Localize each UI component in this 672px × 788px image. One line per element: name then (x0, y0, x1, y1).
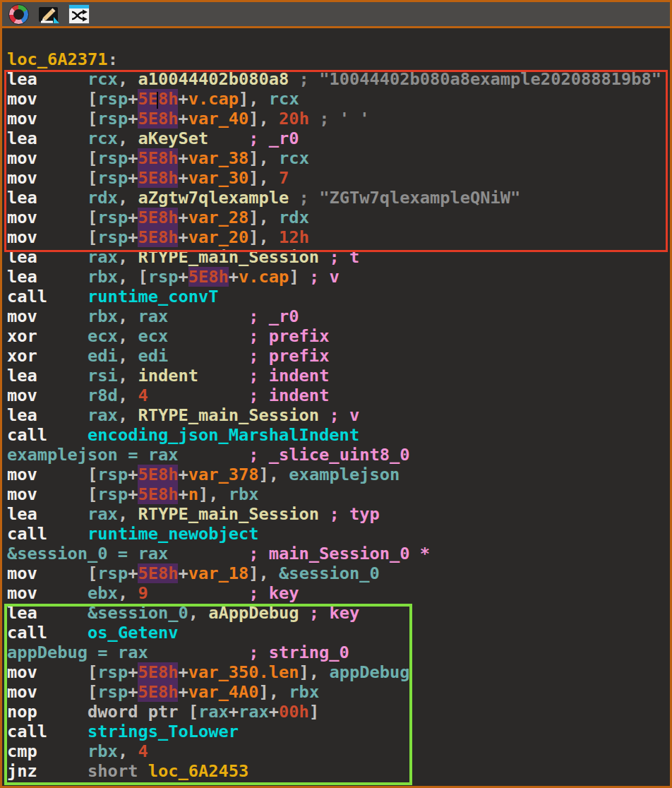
asm-token: edi (138, 346, 168, 366)
asm-line[interactable]: lea rax, RTYPE_main_Session ; typ (7, 504, 670, 524)
asm-token: 5E8h (138, 662, 178, 682)
asm-token: rcx (88, 129, 118, 148)
asm-token: ; t (319, 247, 359, 267)
asm-line[interactable]: mov [rsp+5E8h+var_350.len], appDebug (7, 662, 670, 682)
asm-line[interactable]: mov [rsp+5E8h+var_30], 7 (7, 168, 670, 188)
asm-token: + (178, 465, 188, 484)
asm-token: rax (88, 247, 118, 267)
asm-token: , (118, 386, 138, 405)
asm-line[interactable]: lea rbx, [rsp+5E8h+v.cap] ; v (7, 267, 670, 287)
asm-token: var_20 (188, 227, 249, 247)
asm-token: rbx (88, 306, 118, 326)
asm-line[interactable]: jnz short loc_6A2453 (7, 761, 670, 781)
asm-token: 5E8h (138, 148, 178, 168)
asm-line[interactable]: mov ebx, 9 ; key (7, 583, 670, 603)
asm-line[interactable]: lea rcx, a10044402b080a8 ; "10044402b080… (7, 69, 670, 89)
asm-token: mov (7, 306, 88, 326)
asm-line[interactable]: mov [rsp+5E8h+var_40], 20h ; ' ' (7, 109, 670, 129)
asm-line[interactable]: mov [rsp+5E8h+var_28], rdx (7, 208, 670, 227)
asm-token: + (178, 89, 188, 109)
asm-token: + (128, 465, 138, 484)
asm-token: 5E8h (188, 267, 229, 287)
asm-line[interactable]: lea rax, RTYPE_main_Session ; t (7, 247, 670, 267)
asm-token: [ (88, 168, 97, 188)
asm-token: rdx (279, 208, 309, 227)
asm-token: [ (88, 465, 97, 484)
asm-token: call (7, 722, 88, 741)
asm-line[interactable]: mov r8d, 4 ; indent (7, 386, 670, 405)
asm-token: xor (7, 326, 88, 346)
asm-line[interactable]: lea rax, RTYPE_main_Session ; v (7, 405, 670, 425)
asm-line[interactable]: mov [rsp+5E8h+var_38], rcx (7, 148, 670, 168)
asm-token: call (7, 425, 88, 445)
asm-line[interactable]: examplejson = rax ; _slice_uint8_0 (7, 445, 670, 465)
asm-line[interactable]: cmp rbx, 4 (7, 741, 670, 761)
edit-icon[interactable] (38, 5, 59, 24)
asm-token: + (128, 168, 138, 188)
asm-token: , (118, 346, 138, 366)
asm-token: , (188, 603, 209, 623)
asm-line[interactable]: call runtime_newobject (7, 524, 670, 544)
asm-token: &session_0 (279, 563, 380, 583)
asm-token: + (128, 682, 138, 702)
asm-line[interactable]: xor edi, edi ; prefix (7, 346, 670, 366)
asm-token: rsp (97, 682, 128, 702)
asm-line[interactable]: mov [rsp+5E8h+v.cap], rcx (7, 89, 670, 109)
asm-line[interactable]: lea rcx, aKeySet ; _r0 (7, 129, 670, 148)
asm-token: cmp (7, 741, 88, 761)
asm-line[interactable]: mov rbx, rax ; _r0 (7, 306, 670, 326)
asm-token: , (118, 69, 138, 89)
asm-token: ; _r0 (168, 306, 299, 326)
asm-line[interactable]: call runtime_convT (7, 287, 670, 306)
asm-token: var_30 (188, 168, 249, 188)
asm-token: mov (7, 148, 88, 168)
asm-token: loc_6A2371 (7, 49, 108, 69)
asm-line[interactable]: mov [rsp+5E8h+var_18], &session_0 (7, 563, 670, 583)
asm-token: 9 (138, 583, 148, 603)
asm-token: lea (7, 247, 88, 267)
asm-line[interactable]: nop dword ptr [rax+rax+00h] (7, 702, 670, 722)
asm-token: mov (7, 465, 88, 484)
asm-line[interactable]: mov [rsp+5E8h+var_4A0], rbx (7, 682, 670, 702)
asm-token: mov (7, 662, 88, 682)
asm-token: + (178, 682, 188, 702)
asm-token: short (88, 761, 148, 781)
asm-line[interactable]: call strings_ToLower (7, 722, 670, 741)
asm-line[interactable]: xor ecx, ecx ; prefix (7, 326, 670, 346)
asm-line[interactable]: call encoding_json_MarshalIndent (7, 425, 670, 445)
asm-token: ], (248, 148, 279, 168)
asm-token: dword ptr [ (88, 702, 198, 722)
asm-token: rcx (279, 148, 309, 168)
asm-line[interactable]: call os_Getenv (7, 623, 670, 643)
shuffle-icon[interactable] (68, 4, 90, 24)
asm-line[interactable]: mov [rsp+5E8h+var_20], 12h (7, 227, 670, 247)
asm-token: 5E (138, 89, 158, 109)
asm-token: ; _r0 (208, 129, 299, 148)
asm-token: ; v (319, 405, 359, 425)
asm-token: var_40 (188, 109, 249, 129)
asm-token: , (118, 129, 138, 148)
asm-line[interactable]: lea &session_0, aAppDebug ; key (7, 603, 670, 623)
asm-token: var_38 (188, 148, 249, 168)
asm-token: RTYPE_main_Session (138, 504, 319, 524)
asm-line[interactable]: lea rdx, aZgtw7qlexample ; "ZGTw7qlexamp… (7, 188, 670, 208)
asm-token: ; prefix (168, 326, 329, 346)
asm-line[interactable]: &session_0 = rax ; main_Session_0 * (7, 544, 670, 563)
asm-line[interactable]: appDebug = rax ; string_0 (7, 643, 670, 662)
asm-token: a10044402b080a8 (138, 69, 289, 89)
asm-token: 5E8h (138, 484, 178, 504)
asm-token: rsp (97, 465, 128, 484)
asm-token: 4 (138, 741, 148, 761)
asm-token: rax (138, 306, 168, 326)
asm-line[interactable]: loc_6A2371: (7, 49, 670, 69)
asm-token: , (118, 366, 138, 386)
asm-token: , (118, 247, 138, 267)
asm-token: aAppDebug (208, 603, 299, 623)
color-wheel-icon[interactable] (8, 4, 29, 25)
asm-token: lea (7, 188, 88, 208)
asm-token: 5E8h (138, 563, 178, 583)
asm-line[interactable]: mov [rsp+5E8h+var_378], examplejson (7, 465, 670, 484)
disassembly-listing[interactable]: loc_6A2371:lea rcx, a10044402b080a8 ; "1… (2, 28, 670, 781)
asm-line[interactable]: lea rsi, indent ; indent (7, 366, 670, 386)
asm-line[interactable]: mov [rsp+5E8h+n], rbx (7, 484, 670, 504)
